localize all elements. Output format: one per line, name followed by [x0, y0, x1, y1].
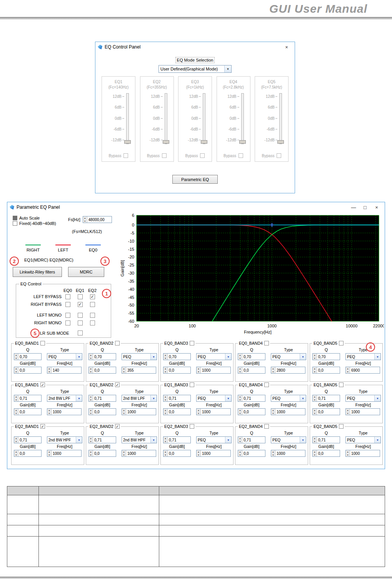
- gain-spinner-value[interactable]: 0,0: [242, 367, 265, 373]
- fs-spinner[interactable]: ▲▼ 48000,00: [83, 216, 112, 223]
- right-bypass-eq0-checkbox[interactable]: [65, 302, 70, 307]
- spin-up-icon[interactable]: ▲: [313, 437, 317, 440]
- freq-spinner[interactable]: ▲▼1000: [196, 367, 231, 374]
- dropdown-arrow-icon[interactable]: ▼: [76, 437, 82, 443]
- spin-down-icon[interactable]: ▼: [238, 412, 242, 415]
- spin-up-icon[interactable]: ▲: [163, 450, 167, 453]
- spin-down-icon[interactable]: ▼: [163, 440, 167, 443]
- spinner-arrows[interactable]: ▲▼: [14, 437, 18, 443]
- spin-up-icon[interactable]: ▲: [238, 409, 242, 412]
- spin-up-icon[interactable]: ▲: [83, 216, 87, 220]
- gain-slider-thumb[interactable]: [277, 140, 284, 144]
- dropdown-arrow-icon[interactable]: ▼: [150, 354, 157, 360]
- left-bypass-eq1-checkbox[interactable]: [78, 294, 83, 299]
- q-spinner-value[interactable]: 0,71: [168, 437, 190, 443]
- spin-down-icon[interactable]: ▼: [197, 453, 200, 456]
- gain-spinner[interactable]: ▲▼0,0: [312, 367, 340, 374]
- dropdown-arrow-icon[interactable]: ▼: [374, 437, 380, 443]
- spinner-arrows[interactable]: ▲▼: [14, 354, 18, 360]
- type-combo[interactable]: PEQ▼: [122, 353, 157, 360]
- freq-spinner[interactable]: ▲▼1000: [196, 408, 231, 415]
- spin-up-icon[interactable]: ▲: [271, 409, 275, 412]
- spin-down-icon[interactable]: ▼: [89, 412, 93, 415]
- spin-down-icon[interactable]: ▼: [238, 453, 242, 456]
- spin-up-icon[interactable]: ▲: [122, 367, 126, 370]
- band-enable-checkbox[interactable]: ✓: [40, 424, 45, 429]
- spin-up-icon[interactable]: ▲: [163, 367, 167, 370]
- dropdown-arrow-icon[interactable]: ▼: [374, 354, 380, 360]
- right-mono-eq0-checkbox[interactable]: [65, 320, 70, 325]
- bypass-checkbox[interactable]: [162, 153, 167, 158]
- spin-down-icon[interactable]: ▼: [346, 370, 350, 373]
- spin-up-icon[interactable]: ▲: [89, 437, 93, 440]
- spinner-arrows[interactable]: ▲▼: [313, 395, 317, 401]
- q-spinner-value[interactable]: 0,70: [93, 354, 116, 360]
- gain-slider-thumb[interactable]: [239, 140, 246, 144]
- spin-down-icon[interactable]: ▼: [313, 440, 317, 443]
- spin-up-icon[interactable]: ▲: [238, 450, 242, 453]
- spin-down-icon[interactable]: ▼: [89, 398, 93, 401]
- gain-spinner[interactable]: ▲▼0,0: [88, 450, 116, 457]
- spin-up-icon[interactable]: ▲: [89, 409, 93, 412]
- q-spinner-value[interactable]: 0,71: [93, 437, 116, 443]
- spin-up-icon[interactable]: ▲: [197, 367, 200, 370]
- band-enable-checkbox[interactable]: [190, 382, 194, 387]
- close-button[interactable]: ×: [371, 203, 382, 211]
- parametric-eq-button[interactable]: Parametric EQ: [172, 175, 218, 184]
- spinner-arrows[interactable]: ▲▼: [47, 409, 52, 415]
- spinner-arrows[interactable]: ▲▼: [197, 409, 201, 415]
- spin-down-icon[interactable]: ▼: [122, 412, 126, 415]
- gain-spinner[interactable]: ▲▼0,0: [238, 367, 265, 374]
- band-enable-checkbox[interactable]: [339, 341, 344, 346]
- left-bypass-eq0-checkbox[interactable]: [65, 294, 70, 299]
- gain-slider-thumb[interactable]: [124, 140, 131, 144]
- type-combo[interactable]: 2nd BW LPF▼: [122, 395, 157, 402]
- spinner-arrows[interactable]: ▲▼: [14, 395, 18, 401]
- eq-window-titlebar[interactable]: EQ Control Panel ×: [95, 42, 295, 52]
- fs-value[interactable]: 48000,00: [87, 216, 112, 223]
- gain-spinner-value[interactable]: 0,0: [317, 367, 340, 373]
- dropdown-arrow-icon[interactable]: ▼: [225, 437, 231, 443]
- gain-slider-thumb[interactable]: [163, 140, 169, 144]
- right-bypass-eq2-checkbox[interactable]: [90, 302, 95, 307]
- gain-slider-track[interactable]: [165, 93, 167, 144]
- freq-spinner[interactable]: ▲▼1000: [47, 450, 82, 457]
- spin-down-icon[interactable]: ▼: [346, 412, 350, 415]
- spinner-arrows[interactable]: ▲▼: [89, 367, 93, 373]
- gain-spinner-value[interactable]: 0,0: [93, 409, 116, 415]
- scale-option-0[interactable]: Auto Scale: [13, 215, 56, 221]
- spinner-arrows[interactable]: ▲▼: [313, 354, 317, 360]
- freq-spinner[interactable]: ▲▼1000: [345, 450, 380, 457]
- spin-down-icon[interactable]: ▼: [163, 370, 167, 373]
- spin-down-icon[interactable]: ▼: [163, 398, 167, 401]
- spinner-arrows[interactable]: ▲▼: [89, 395, 93, 401]
- type-combo[interactable]: PEQ▼: [345, 353, 381, 360]
- freq-spinner[interactable]: ▲▼1000: [196, 450, 231, 457]
- spin-up-icon[interactable]: ▲: [89, 395, 93, 398]
- spinner-arrows[interactable]: ▲▼: [238, 354, 242, 360]
- spin-down-icon[interactable]: ▼: [271, 370, 275, 373]
- gain-slider-track[interactable]: [279, 93, 282, 144]
- spin-up-icon[interactable]: ▲: [346, 450, 350, 453]
- spinner-arrows[interactable]: ▲▼: [346, 409, 350, 415]
- q-spinner-value[interactable]: 0,70: [168, 354, 190, 360]
- freq-spinner[interactable]: ▲▼1000: [47, 408, 82, 415]
- gain-spinner-value[interactable]: 0,0: [242, 450, 265, 456]
- spin-up-icon[interactable]: ▲: [238, 437, 242, 440]
- band-enable-checkbox[interactable]: [339, 424, 344, 429]
- q-spinner-value[interactable]: 0,71: [317, 437, 340, 443]
- gain-spinner[interactable]: ▲▼0,0: [14, 450, 42, 457]
- freq-spinner[interactable]: ▲▼6900: [345, 367, 380, 374]
- band-enable-checkbox[interactable]: [264, 382, 269, 387]
- right-mono-eq1-checkbox[interactable]: [78, 320, 83, 325]
- freq-spinner-value[interactable]: 140: [52, 367, 81, 373]
- gain-spinner[interactable]: ▲▼0,0: [14, 408, 42, 415]
- band-enable-checkbox[interactable]: ✓: [115, 424, 120, 429]
- freq-spinner-value[interactable]: 1000: [201, 450, 230, 456]
- freq-spinner[interactable]: ▲▼1000: [122, 450, 156, 457]
- spin-down-icon[interactable]: ▼: [14, 398, 18, 401]
- spin-down-icon[interactable]: ▼: [313, 370, 317, 373]
- spin-up-icon[interactable]: ▲: [163, 395, 167, 398]
- band-enable-checkbox[interactable]: [190, 424, 194, 429]
- spinner-arrows[interactable]: ▲▼: [14, 450, 18, 456]
